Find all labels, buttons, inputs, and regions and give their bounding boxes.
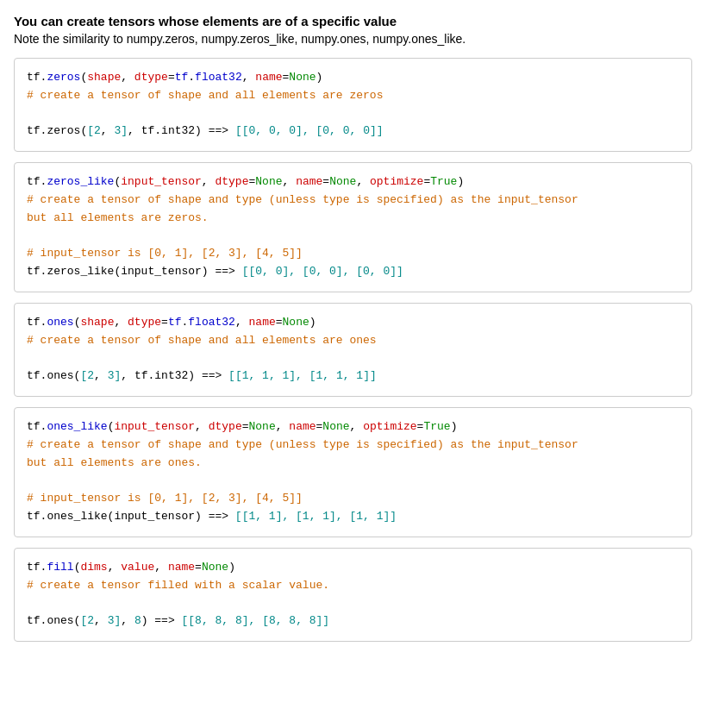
code-block-ones: tf.ones(shape, dtype=tf.float32, name=No… [14,303,692,397]
page-title: You can create tensors whose elements ar… [14,14,692,28]
zeros-like-comment1: # create a tensor of shape and type (unl… [27,191,679,210]
ones-signature: tf.ones(shape, dtype=tf.float32, name=No… [27,314,679,332]
zeros-comment: # create a tensor of shape and all eleme… [27,87,679,105]
zeros-signature: tf.zeros(shape, dtype=tf.float32, name=N… [27,69,679,87]
page-subtitle: Note the similarity to numpy.zeros, nump… [14,32,692,46]
code-block-zeros-like: tf.zeros_like(input_tensor, dtype=None, … [14,162,692,292]
code-block-zeros: tf.zeros(shape, dtype=tf.float32, name=N… [14,58,692,152]
fill-signature: tf.fill(dims, value, name=None) [27,559,679,577]
code-block-fill: tf.fill(dims, value, name=None) # create… [14,548,692,642]
zeros-like-comment3: # input_tensor is [0, 1], [2, 3], [4, 5]… [27,245,679,263]
zeros-like-signature: tf.zeros_like(input_tensor, dtype=None, … [27,173,679,191]
zeros-result: tf.zeros([2, 3], tf.int32) ==> [[0, 0, 0… [27,122,679,141]
fill-comment: # create a tensor filled with a scalar v… [27,577,679,595]
ones-comment: # create a tensor of shape and all eleme… [27,332,679,350]
ones-like-result: tf.ones_like(input_tensor) ==> [[1, 1], … [27,508,679,526]
code-block-ones-like: tf.ones_like(input_tensor, dtype=None, n… [14,407,692,537]
ones-like-comment1: # create a tensor of shape and type (unl… [27,436,679,455]
ones-result: tf.ones([2, 3], tf.int32) ==> [[1, 1, 1]… [27,367,679,386]
zeros-like-result: tf.zeros_like(input_tensor) ==> [[0, 0],… [27,263,679,281]
zeros-like-comment2: but all elements are zeros. [27,210,679,228]
ones-like-comment3: # input_tensor is [0, 1], [2, 3], [4, 5]… [27,490,679,508]
ones-like-comment2: but all elements are ones. [27,455,679,473]
ones-like-signature: tf.ones_like(input_tensor, dtype=None, n… [27,418,679,436]
fill-result: tf.ones([2, 3], 8) ==> [[8, 8, 8], [8, 8… [27,612,679,631]
